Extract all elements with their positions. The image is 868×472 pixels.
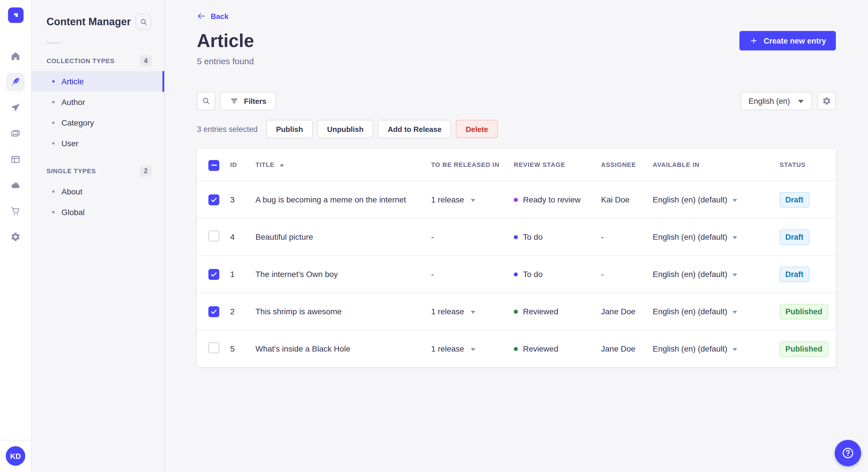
status-badge: Published bbox=[780, 341, 828, 357]
column-header-stage[interactable]: REVIEW STAGE bbox=[514, 161, 601, 168]
row-checkbox[interactable] bbox=[208, 231, 219, 241]
chevron-down-icon bbox=[733, 310, 737, 313]
help-button[interactable] bbox=[835, 440, 861, 466]
row-locale-dropdown[interactable]: English (en) (default) bbox=[653, 307, 780, 316]
row-id: 5 bbox=[230, 344, 255, 353]
stage-dot-icon bbox=[514, 198, 518, 202]
check-icon bbox=[210, 308, 218, 315]
home-icon[interactable] bbox=[6, 47, 25, 65]
stage-dot-icon bbox=[514, 235, 518, 239]
search-icon bbox=[202, 96, 211, 105]
status-badge: Published bbox=[780, 304, 828, 319]
row-assignee: - bbox=[601, 232, 653, 241]
row-locale-dropdown[interactable]: English (en) (default) bbox=[653, 195, 780, 204]
chevron-down-icon bbox=[733, 236, 737, 239]
view-settings-button[interactable] bbox=[817, 92, 836, 110]
column-header-available[interactable]: AVAILABLE IN bbox=[653, 161, 780, 168]
deploy-icon[interactable] bbox=[6, 176, 25, 194]
column-header-status[interactable]: STATUS bbox=[780, 161, 836, 168]
column-header-assignee[interactable]: ASSIGNEE bbox=[601, 161, 653, 168]
collection-types-section: COLLECTION TYPES 4 Article Author Catego… bbox=[32, 49, 164, 154]
stage-dot-icon bbox=[514, 309, 518, 313]
row-release-dropdown[interactable]: 1 release bbox=[431, 344, 514, 353]
table-header-row: ID TITLE TO BE RELEASED IN REVIEW STAGE … bbox=[197, 148, 836, 181]
search-icon-button[interactable] bbox=[135, 14, 152, 30]
strapi-logo[interactable] bbox=[8, 7, 23, 23]
row-title: The internet's Own boy bbox=[255, 270, 431, 279]
table-row[interactable]: 3 A bug is becoming a meme on the intern… bbox=[197, 181, 836, 218]
stage-dot-icon bbox=[514, 347, 518, 351]
content-manager-icon[interactable] bbox=[6, 73, 25, 91]
row-checkbox[interactable] bbox=[208, 194, 219, 205]
row-locale-dropdown[interactable]: English (en) (default) bbox=[653, 270, 780, 279]
back-link[interactable]: Back bbox=[197, 11, 228, 21]
content-type-builder-icon[interactable] bbox=[6, 150, 25, 169]
row-locale-dropdown[interactable]: English (en) (default) bbox=[653, 232, 780, 241]
add-to-release-button[interactable]: Add to Release bbox=[378, 120, 452, 138]
bullet-icon bbox=[52, 142, 55, 144]
sidebar-item-label: About bbox=[61, 187, 82, 196]
create-new-entry-button[interactable]: Create new entry bbox=[739, 31, 836, 50]
user-avatar[interactable]: KD bbox=[6, 446, 25, 466]
bullet-icon bbox=[52, 211, 55, 213]
app-window: KD Content Manager COLLECTION TYPES 4 Ar… bbox=[0, 0, 868, 472]
row-assignee: Jane Doe bbox=[601, 344, 653, 353]
row-release-dropdown[interactable]: 1 release bbox=[431, 195, 514, 204]
publish-button[interactable]: Publish bbox=[267, 120, 313, 138]
sidebar-item-article[interactable]: Article bbox=[32, 71, 164, 92]
settings-icon[interactable] bbox=[6, 228, 25, 246]
search-entries-button[interactable] bbox=[197, 92, 215, 110]
plus-icon bbox=[749, 36, 758, 45]
single-types-section: SINGLE TYPES 2 About Global bbox=[32, 160, 164, 223]
row-release-dropdown[interactable]: 1 release bbox=[431, 307, 514, 316]
row-checkbox[interactable] bbox=[208, 342, 219, 353]
row-review-stage: Reviewed bbox=[514, 344, 601, 353]
select-all-checkbox[interactable] bbox=[208, 160, 219, 171]
chevron-down-icon bbox=[470, 199, 475, 202]
locale-value: English (en) bbox=[749, 97, 790, 105]
table-row[interactable]: 2 This shrimp is awesome 1 release Revie… bbox=[197, 293, 836, 330]
table-row[interactable]: 5 What's inside a Black Hole 1 release R… bbox=[197, 330, 836, 367]
content-manager-sidebar: Content Manager COLLECTION TYPES 4 Artic… bbox=[32, 0, 165, 472]
table-row[interactable]: 4 Beautiful picture - To do - English (e… bbox=[197, 218, 836, 255]
row-locale-dropdown[interactable]: English (en) (default) bbox=[653, 344, 780, 353]
media-library-icon[interactable] bbox=[6, 125, 25, 143]
releases-icon[interactable] bbox=[6, 99, 25, 117]
sidebar-item-about[interactable]: About bbox=[32, 181, 164, 202]
row-assignee: - bbox=[601, 270, 653, 279]
sidebar-item-category[interactable]: Category bbox=[32, 112, 164, 133]
sidebar-item-user[interactable]: User bbox=[32, 133, 164, 154]
locale-select[interactable]: English (en) bbox=[741, 92, 812, 110]
sidebar-item-author[interactable]: Author bbox=[32, 92, 164, 112]
chevron-down-icon bbox=[733, 348, 737, 351]
chevron-down-icon bbox=[733, 273, 737, 276]
row-release: - bbox=[431, 270, 514, 279]
entries-table: ID TITLE TO BE RELEASED IN REVIEW STAGE … bbox=[197, 148, 836, 367]
row-title: What's inside a Black Hole bbox=[255, 344, 431, 353]
column-header-release[interactable]: TO BE RELEASED IN bbox=[431, 161, 514, 168]
collection-types-count-badge: 4 bbox=[140, 55, 152, 67]
sidebar-item-global[interactable]: Global bbox=[32, 202, 164, 223]
row-checkbox[interactable] bbox=[208, 306, 219, 317]
row-title: A bug is becoming a meme on the internet bbox=[255, 195, 431, 204]
sidebar-item-label: Category bbox=[61, 118, 94, 127]
selection-actions-bar: 3 entries selected Publish Unpublish Add… bbox=[197, 120, 836, 138]
sidebar-item-label: Global bbox=[61, 208, 85, 217]
unpublish-button[interactable]: Unpublish bbox=[317, 120, 373, 138]
column-header-id[interactable]: ID bbox=[230, 161, 255, 168]
marketplace-icon[interactable] bbox=[6, 202, 25, 220]
filters-button[interactable]: Filters bbox=[220, 92, 276, 110]
delete-button[interactable]: Delete bbox=[456, 120, 498, 138]
row-title: This shrimp is awesome bbox=[255, 307, 431, 316]
collection-types-label: COLLECTION TYPES bbox=[46, 57, 115, 64]
row-release: - bbox=[431, 232, 514, 241]
bullet-icon bbox=[52, 191, 55, 193]
sidebar-item-label: Author bbox=[61, 98, 85, 107]
column-header-title[interactable]: TITLE bbox=[255, 161, 431, 168]
filter-icon bbox=[229, 96, 239, 105]
row-checkbox[interactable] bbox=[208, 269, 219, 279]
table-row[interactable]: 1 The internet's Own boy - To do - Engli… bbox=[197, 255, 836, 293]
single-types-label: SINGLE TYPES bbox=[46, 167, 96, 174]
row-id: 1 bbox=[230, 270, 255, 279]
main-nav-rail: KD bbox=[0, 0, 32, 472]
